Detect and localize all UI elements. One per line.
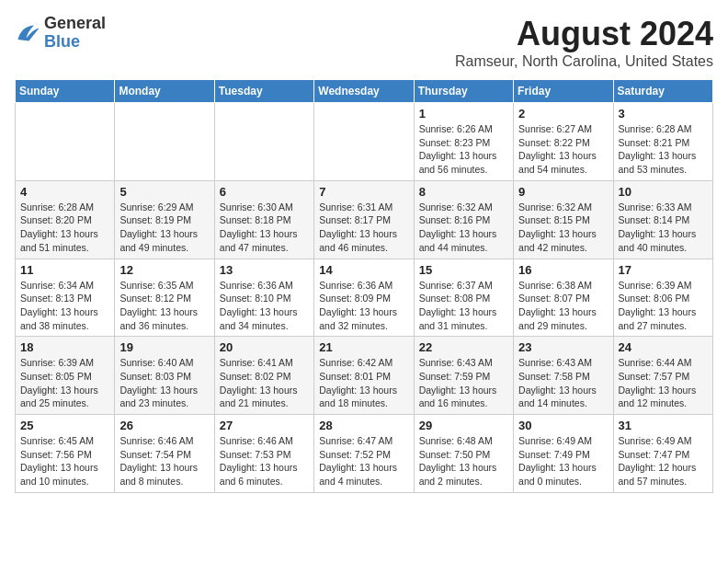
calendar-cell: 10Sunrise: 6:33 AM Sunset: 8:14 PM Dayli… bbox=[613, 180, 712, 259]
day-number: 19 bbox=[119, 340, 209, 354]
calendar-cell: 17Sunrise: 6:39 AM Sunset: 8:06 PM Dayli… bbox=[613, 259, 712, 337]
day-number: 6 bbox=[220, 185, 309, 199]
calendar-cell: 23Sunrise: 6:43 AM Sunset: 7:58 PM Dayli… bbox=[514, 337, 613, 415]
calendar-cell: 9Sunrise: 6:32 AM Sunset: 8:15 PM Daylig… bbox=[514, 180, 613, 259]
title-block: August 2024 Ramseur, North Carolina, Uni… bbox=[455, 15, 713, 70]
weekday-header: Friday bbox=[514, 80, 613, 103]
calendar-cell bbox=[16, 103, 115, 181]
calendar-week-row: 11Sunrise: 6:34 AM Sunset: 8:13 PM Dayli… bbox=[16, 259, 713, 337]
day-info: Sunrise: 6:38 AM Sunset: 8:07 PM Dayligh… bbox=[518, 279, 608, 333]
calendar-cell: 29Sunrise: 6:48 AM Sunset: 7:50 PM Dayli… bbox=[414, 415, 513, 493]
day-info: Sunrise: 6:48 AM Sunset: 7:50 PM Dayligh… bbox=[419, 434, 508, 488]
logo-line2: Blue bbox=[44, 33, 106, 52]
day-info: Sunrise: 6:42 AM Sunset: 8:01 PM Dayligh… bbox=[319, 356, 408, 410]
day-info: Sunrise: 6:41 AM Sunset: 8:02 PM Dayligh… bbox=[220, 356, 309, 410]
calendar-cell: 14Sunrise: 6:36 AM Sunset: 8:09 PM Dayli… bbox=[314, 259, 414, 337]
day-number: 5 bbox=[119, 185, 209, 199]
day-number: 4 bbox=[20, 185, 109, 199]
day-info: Sunrise: 6:33 AM Sunset: 8:14 PM Dayligh… bbox=[619, 201, 708, 255]
day-info: Sunrise: 6:36 AM Sunset: 8:10 PM Dayligh… bbox=[220, 279, 309, 333]
calendar-cell: 19Sunrise: 6:40 AM Sunset: 8:03 PM Dayli… bbox=[115, 337, 214, 415]
calendar-subtitle: Ramseur, North Carolina, United States bbox=[455, 53, 713, 70]
day-info: Sunrise: 6:39 AM Sunset: 8:06 PM Dayligh… bbox=[619, 279, 708, 333]
day-number: 18 bbox=[20, 340, 109, 354]
day-number: 8 bbox=[419, 185, 508, 199]
calendar-cell: 7Sunrise: 6:31 AM Sunset: 8:17 PM Daylig… bbox=[314, 180, 414, 259]
page-header: General Blue August 2024 Ramseur, North … bbox=[15, 15, 713, 70]
day-info: Sunrise: 6:34 AM Sunset: 8:13 PM Dayligh… bbox=[20, 279, 109, 333]
calendar-cell: 15Sunrise: 6:37 AM Sunset: 8:08 PM Dayli… bbox=[414, 259, 513, 337]
weekday-header: Monday bbox=[115, 80, 214, 103]
day-number: 11 bbox=[20, 263, 109, 277]
day-number: 22 bbox=[419, 340, 508, 354]
day-number: 27 bbox=[220, 419, 309, 432]
day-info: Sunrise: 6:46 AM Sunset: 7:53 PM Dayligh… bbox=[220, 434, 309, 488]
day-number: 24 bbox=[619, 340, 708, 354]
day-number: 31 bbox=[619, 419, 708, 432]
calendar-cell: 28Sunrise: 6:47 AM Sunset: 7:52 PM Dayli… bbox=[314, 415, 414, 493]
calendar-cell: 8Sunrise: 6:32 AM Sunset: 8:16 PM Daylig… bbox=[414, 180, 513, 259]
calendar-cell: 12Sunrise: 6:35 AM Sunset: 8:12 PM Dayli… bbox=[115, 259, 214, 337]
day-info: Sunrise: 6:49 AM Sunset: 7:47 PM Dayligh… bbox=[619, 434, 708, 488]
calendar-cell: 4Sunrise: 6:28 AM Sunset: 8:20 PM Daylig… bbox=[16, 180, 115, 259]
day-info: Sunrise: 6:43 AM Sunset: 7:58 PM Dayligh… bbox=[518, 356, 608, 410]
calendar-cell: 1Sunrise: 6:26 AM Sunset: 8:23 PM Daylig… bbox=[414, 103, 513, 181]
day-number: 30 bbox=[518, 419, 608, 432]
calendar-cell: 5Sunrise: 6:29 AM Sunset: 8:19 PM Daylig… bbox=[115, 180, 214, 259]
day-number: 25 bbox=[20, 419, 109, 432]
day-info: Sunrise: 6:43 AM Sunset: 7:59 PM Dayligh… bbox=[419, 356, 508, 410]
day-number: 15 bbox=[419, 263, 508, 277]
calendar-week-row: 25Sunrise: 6:45 AM Sunset: 7:56 PM Dayli… bbox=[16, 415, 713, 493]
day-number: 14 bbox=[319, 263, 408, 277]
calendar-cell: 18Sunrise: 6:39 AM Sunset: 8:05 PM Dayli… bbox=[16, 337, 115, 415]
day-info: Sunrise: 6:35 AM Sunset: 8:12 PM Dayligh… bbox=[119, 279, 209, 333]
day-info: Sunrise: 6:27 AM Sunset: 8:22 PM Dayligh… bbox=[518, 122, 608, 177]
logo-line1: General bbox=[44, 15, 106, 33]
weekday-header: Wednesday bbox=[314, 80, 414, 103]
day-info: Sunrise: 6:46 AM Sunset: 7:54 PM Dayligh… bbox=[119, 434, 209, 488]
calendar-cell bbox=[214, 103, 313, 181]
day-number: 26 bbox=[119, 419, 209, 432]
day-number: 17 bbox=[619, 263, 708, 277]
day-info: Sunrise: 6:28 AM Sunset: 8:20 PM Dayligh… bbox=[20, 201, 109, 255]
day-number: 28 bbox=[319, 419, 408, 432]
weekday-header: Tuesday bbox=[214, 80, 313, 103]
calendar-cell: 2Sunrise: 6:27 AM Sunset: 8:22 PM Daylig… bbox=[514, 103, 613, 181]
calendar-cell bbox=[314, 103, 414, 181]
day-number: 20 bbox=[220, 340, 309, 354]
day-number: 12 bbox=[119, 263, 209, 277]
day-info: Sunrise: 6:37 AM Sunset: 8:08 PM Dayligh… bbox=[419, 279, 508, 333]
calendar-cell: 20Sunrise: 6:41 AM Sunset: 8:02 PM Dayli… bbox=[214, 337, 313, 415]
calendar-cell: 31Sunrise: 6:49 AM Sunset: 7:47 PM Dayli… bbox=[613, 415, 712, 493]
calendar-cell: 6Sunrise: 6:30 AM Sunset: 8:18 PM Daylig… bbox=[214, 180, 313, 259]
calendar-title: August 2024 bbox=[455, 15, 713, 53]
weekday-header: Thursday bbox=[414, 80, 513, 103]
day-number: 1 bbox=[419, 107, 508, 121]
day-info: Sunrise: 6:40 AM Sunset: 8:03 PM Dayligh… bbox=[119, 356, 209, 410]
day-number: 9 bbox=[518, 185, 608, 199]
day-number: 7 bbox=[319, 185, 408, 199]
calendar-cell: 11Sunrise: 6:34 AM Sunset: 8:13 PM Dayli… bbox=[16, 259, 115, 337]
day-number: 29 bbox=[419, 419, 508, 432]
weekday-header-row: SundayMondayTuesdayWednesdayThursdayFrid… bbox=[16, 80, 713, 103]
calendar-cell: 16Sunrise: 6:38 AM Sunset: 8:07 PM Dayli… bbox=[514, 259, 613, 337]
day-number: 16 bbox=[518, 263, 608, 277]
day-number: 3 bbox=[619, 107, 708, 121]
calendar-table: SundayMondayTuesdayWednesdayThursdayFrid… bbox=[15, 79, 713, 493]
calendar-cell: 13Sunrise: 6:36 AM Sunset: 8:10 PM Dayli… bbox=[214, 259, 313, 337]
day-info: Sunrise: 6:30 AM Sunset: 8:18 PM Dayligh… bbox=[220, 201, 309, 255]
calendar-cell: 21Sunrise: 6:42 AM Sunset: 8:01 PM Dayli… bbox=[314, 337, 414, 415]
weekday-header: Sunday bbox=[16, 80, 115, 103]
day-info: Sunrise: 6:32 AM Sunset: 8:16 PM Dayligh… bbox=[419, 201, 508, 255]
logo-text: General Blue bbox=[44, 15, 106, 52]
day-info: Sunrise: 6:28 AM Sunset: 8:21 PM Dayligh… bbox=[619, 122, 708, 177]
day-number: 21 bbox=[319, 340, 408, 354]
day-info: Sunrise: 6:36 AM Sunset: 8:09 PM Dayligh… bbox=[319, 279, 408, 333]
day-info: Sunrise: 6:31 AM Sunset: 8:17 PM Dayligh… bbox=[319, 201, 408, 255]
calendar-cell: 22Sunrise: 6:43 AM Sunset: 7:59 PM Dayli… bbox=[414, 337, 513, 415]
day-number: 13 bbox=[220, 263, 309, 277]
day-info: Sunrise: 6:47 AM Sunset: 7:52 PM Dayligh… bbox=[319, 434, 408, 488]
calendar-cell: 27Sunrise: 6:46 AM Sunset: 7:53 PM Dayli… bbox=[214, 415, 313, 493]
calendar-week-row: 4Sunrise: 6:28 AM Sunset: 8:20 PM Daylig… bbox=[16, 180, 713, 259]
logo-icon bbox=[15, 20, 40, 46]
